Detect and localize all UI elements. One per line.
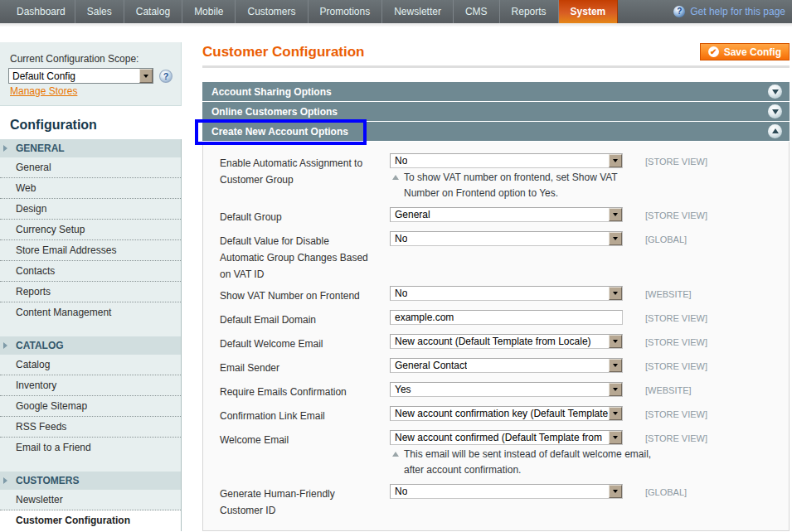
- form-row-default-group: Default GroupGeneral[STORE VIEW]: [203, 207, 789, 225]
- select-confirmation-link-email[interactable]: New account confirmation key (Default Te…: [390, 406, 623, 421]
- field-value: Yes: [390, 382, 623, 397]
- form-row-email-sender: Email SenderGeneral Contact[STORE VIEW]: [203, 358, 789, 376]
- dropdown-arrow-icon[interactable]: [609, 232, 622, 245]
- dropdown-arrow-icon[interactable]: [609, 431, 622, 444]
- scope-badge: [STORE VIEW]: [645, 207, 707, 220]
- create-new-account-options-form: Enable Automatic Assignment to Customer …: [202, 142, 790, 531]
- nav-item-system[interactable]: System: [559, 0, 619, 23]
- accordion-online-customers-options[interactable]: Online Customers Options: [202, 102, 790, 121]
- scope-label: Current Configuration Scope:: [10, 53, 172, 65]
- sidebar-item-web[interactable]: Web: [0, 178, 181, 199]
- scope-badge: [STORE VIEW]: [645, 310, 707, 323]
- main-content: Customer Configuration Save Config Accou…: [202, 43, 790, 531]
- sidebar-item-store-email-addresses[interactable]: Store Email Addresses: [0, 240, 181, 261]
- scope-select[interactable]: Default Config: [8, 68, 153, 84]
- scope-badge: [STORE VIEW]: [645, 334, 707, 347]
- sidebar-item-currency-setup[interactable]: Currency Setup: [0, 220, 181, 240]
- nav-item-catalog[interactable]: Catalog: [124, 0, 182, 23]
- sidebar-section-general[interactable]: GENERAL: [0, 139, 181, 157]
- field-label: Default Group: [220, 207, 370, 225]
- field-value-text: General: [395, 209, 430, 220]
- select-default-welcome-email[interactable]: New account (Default Template from Local…: [390, 334, 623, 349]
- field-value-text: New account confirmation key (Default Te…: [395, 408, 608, 419]
- sidebar-item-google-sitemap[interactable]: Google Sitemap: [0, 396, 181, 417]
- dropdown-arrow-icon[interactable]: [609, 407, 622, 420]
- select-generate-human-friendly-customer-id[interactable]: No: [390, 484, 623, 499]
- sidebar-item-catalog[interactable]: Catalog: [0, 355, 181, 375]
- field-value-text: example.com: [395, 312, 454, 323]
- sidebar-item-reports[interactable]: Reports: [0, 282, 181, 302]
- help-link[interactable]: Get help for this page: [673, 0, 785, 23]
- dropdown-arrow-icon[interactable]: [609, 335, 622, 348]
- scope-badge: [STORE VIEW]: [645, 430, 707, 443]
- field-value-text: No: [395, 233, 407, 244]
- form-row-default-value-for-disable-automatic-group-changes-based-on-vat-id: Default Value for Disable Automatic Grou…: [203, 231, 789, 283]
- sidebar-item-inventory[interactable]: Inventory: [0, 375, 181, 396]
- scope-badge: [STORE VIEW]: [645, 358, 707, 371]
- sidebar-item-content-management[interactable]: Content Management: [0, 302, 181, 323]
- nav-item-sales[interactable]: Sales: [75, 0, 124, 23]
- config-nav: GENERALGeneralWebDesignCurrency SetupSto…: [0, 139, 182, 531]
- form-row-welcome-email: Welcome EmailNew account confirmed (Defa…: [203, 430, 789, 478]
- form-row-require-emails-confirmation: Require Emails ConfirmationYes[WEBSITE]: [203, 382, 789, 400]
- accordion-account-sharing-options[interactable]: Account Sharing Options: [202, 82, 790, 101]
- nav-item-promotions[interactable]: Promotions: [309, 0, 383, 23]
- check-circle-icon: [708, 46, 719, 57]
- nav-item-cms[interactable]: CMS: [454, 0, 500, 23]
- sidebar-section-items-customers: NewsletterCustomer Configuration: [0, 490, 181, 531]
- select-default-value-for-disable-automatic-group-changes-based-on-vat-id[interactable]: No: [390, 231, 623, 246]
- sidebar-item-newsletter[interactable]: Newsletter: [0, 490, 181, 510]
- field-value-text: No: [395, 486, 407, 497]
- save-config-button[interactable]: Save Config: [700, 43, 790, 60]
- dropdown-arrow-icon[interactable]: [139, 69, 153, 83]
- manage-stores-link[interactable]: Manage Stores: [10, 85, 77, 97]
- field-label: Welcome Email: [220, 430, 370, 448]
- field-value: example.com: [390, 310, 623, 325]
- select-default-group[interactable]: General: [390, 207, 623, 222]
- select-email-sender[interactable]: General Contact: [390, 358, 623, 373]
- dropdown-arrow-icon[interactable]: [609, 359, 622, 372]
- save-config-label: Save Config: [724, 46, 781, 58]
- sidebar-item-contacts[interactable]: Contacts: [0, 261, 181, 282]
- field-value: General: [390, 207, 623, 222]
- note-triangle-icon: [392, 175, 399, 180]
- form-row-generate-human-friendly-customer-id: Generate Human-Friendly Customer IDNo[GL…: [203, 484, 789, 519]
- nav-item-reports[interactable]: Reports: [500, 0, 559, 23]
- nav-item-newsletter[interactable]: Newsletter: [382, 0, 454, 23]
- nav-item-dashboard[interactable]: Dashboard: [0, 0, 75, 23]
- field-value-text: New account confirmed (Default Template …: [395, 432, 602, 443]
- dropdown-arrow-icon[interactable]: [609, 383, 622, 396]
- field-label: Default Welcome Email: [220, 334, 370, 352]
- dropdown-arrow-icon[interactable]: [609, 287, 622, 300]
- chevron-down-circle-icon[interactable]: [768, 104, 782, 118]
- dropdown-arrow-icon[interactable]: [609, 485, 622, 498]
- select-show-vat-number-on-frontend[interactable]: No: [390, 286, 623, 301]
- accordion-label: Create New Account Options: [211, 126, 348, 138]
- sidebar-section-customers[interactable]: CUSTOMERS: [0, 472, 181, 490]
- sidebar-item-general[interactable]: General: [0, 157, 181, 178]
- sidebar-item-rss-feeds[interactable]: RSS Feeds: [0, 417, 181, 438]
- top-nav: DashboardSalesCatalogMobileCustomersProm…: [0, 0, 792, 23]
- select-require-emails-confirmation[interactable]: Yes: [390, 382, 623, 397]
- field-label: Default Email Domain: [220, 310, 370, 328]
- select-welcome-email[interactable]: New account confirmed (Default Template …: [390, 430, 623, 445]
- field-value: No: [390, 484, 623, 499]
- sidebar-item-design[interactable]: Design: [0, 199, 181, 220]
- accordion-label: Account Sharing Options: [211, 86, 332, 98]
- dropdown-arrow-icon[interactable]: [609, 208, 622, 221]
- chevron-down-circle-icon[interactable]: [768, 85, 782, 99]
- nav-item-customers[interactable]: Customers: [236, 0, 308, 23]
- select-enable-automatic-assignment-to-customer-group[interactable]: No: [390, 153, 623, 168]
- sidebar-section-catalog[interactable]: CATALOG: [0, 336, 181, 355]
- scope-badge: [GLOBAL]: [645, 484, 687, 497]
- accordion-create-new-account-options[interactable]: Create New Account Options: [202, 122, 790, 141]
- field-value: No: [390, 231, 623, 246]
- sidebar-item-email-to-a-friend[interactable]: Email to a Friend: [0, 438, 181, 458]
- accordion-label: Online Customers Options: [211, 106, 338, 118]
- dropdown-arrow-icon[interactable]: [609, 154, 622, 167]
- chevron-up-circle-icon[interactable]: [768, 124, 782, 138]
- scope-help-icon[interactable]: [159, 70, 172, 83]
- sidebar-item-customer-configuration[interactable]: Customer Configuration: [0, 510, 181, 531]
- input-default-email-domain[interactable]: example.com: [390, 310, 623, 325]
- nav-item-mobile[interactable]: Mobile: [182, 0, 236, 23]
